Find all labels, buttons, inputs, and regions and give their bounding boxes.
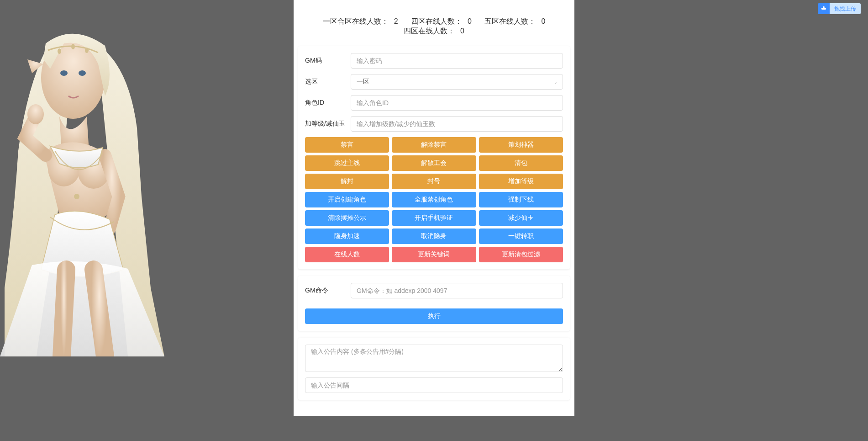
announce-content-input[interactable] [305,345,563,372]
clear-bag-button[interactable]: 清包 [479,155,563,171]
svg-point-5 [60,70,68,76]
gm-code-input[interactable] [351,53,563,69]
svg-rect-3 [822,8,826,10]
planner-tool-button[interactable]: 策划神器 [479,137,563,153]
announce-interval-input[interactable] [305,377,563,393]
online-count-button[interactable]: 在线人数 [305,247,389,262]
cancel-stealth-button[interactable]: 取消隐身 [392,228,476,244]
gm-controls-card: GM码 选区 一区 ⌄ 角色ID 加等级/减仙玉 禁言 解除禁言 策划神器 跳过… [298,46,570,269]
role-id-input[interactable] [351,95,563,111]
force-offline-button[interactable]: 强制下线 [479,192,563,207]
enable-phone-verify-button[interactable]: 开启手机验证 [392,210,476,226]
level-jade-label: 加等级/减仙玉 [305,120,351,128]
svg-point-10 [48,152,80,186]
gm-command-card: GM命令 执行 [298,276,570,331]
gm-command-input[interactable] [351,283,563,298]
zone-label: 选区 [305,78,351,86]
execute-button[interactable]: 执行 [305,308,563,324]
mute-button[interactable]: 禁言 [305,137,389,153]
stealth-speed-button[interactable]: 隐身加速 [305,228,389,244]
online-stats-header: 一区合区在线人数：2 四区在线人数：0 五区在线人数：0 四区在线人数：0 [294,7,574,46]
cloud-upload-icon [818,3,830,14]
unmute-button[interactable]: 解除禁言 [392,137,476,153]
svg-point-8 [71,44,75,49]
admin-panel: 一区合区在线人数：2 四区在线人数：0 五区在线人数：0 四区在线人数：0 GM… [294,0,574,416]
reduce-jade-button[interactable]: 减少仙玉 [479,210,563,226]
add-level-button[interactable]: 增加等级 [479,174,563,189]
background-character-image [0,14,183,356]
level-jade-input[interactable] [351,116,563,132]
upload-label: 拖拽上传 [830,3,861,14]
update-clearbag-filter-button[interactable]: 更新清包过滤 [479,247,563,262]
change-job-button[interactable]: 一键转职 [479,228,563,244]
svg-point-12 [27,104,44,124]
announcement-card [298,338,570,400]
disband-guild-button[interactable]: 解散工会 [392,155,476,171]
gm-command-label: GM命令 [305,287,351,295]
update-keywords-button[interactable]: 更新关键词 [392,247,476,262]
zone-select[interactable]: 一区 [351,74,563,90]
upload-widget[interactable]: 拖拽上传 [818,3,861,14]
unban-button[interactable]: 解封 [305,174,389,189]
disable-create-role-button[interactable]: 全服禁创角色 [392,192,476,207]
skip-mainline-button[interactable]: 跳过主线 [305,155,389,171]
svg-point-6 [79,70,86,76]
svg-point-9 [85,48,89,53]
ban-button[interactable]: 封号 [392,174,476,189]
svg-point-13 [74,194,79,199]
role-id-label: 角色ID [305,99,351,107]
enable-create-role-button[interactable]: 开启创建角色 [305,192,389,207]
svg-point-4 [41,37,105,119]
svg-point-11 [78,154,110,189]
svg-point-7 [58,48,61,54]
clear-stall-notice-button[interactable]: 清除摆摊公示 [305,210,389,226]
gm-code-label: GM码 [305,57,351,65]
